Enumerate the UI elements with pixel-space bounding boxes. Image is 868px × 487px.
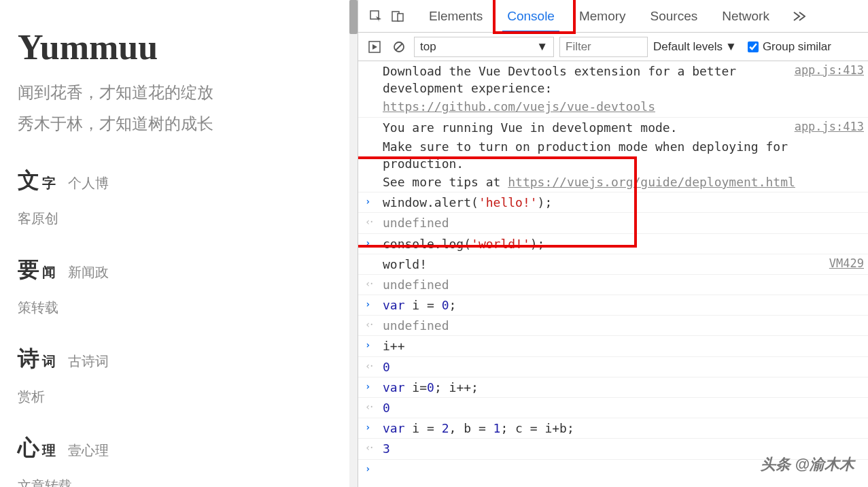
play-icon[interactable]	[365, 37, 384, 56]
console-row: 0	[358, 357, 868, 377]
svg-rect-2	[398, 14, 403, 21]
input-marker-icon	[365, 235, 379, 250]
nav-big: 文	[18, 166, 39, 196]
nav-group[interactable]: 文字个人博客原创	[18, 166, 358, 228]
nav-desc: 新闻政	[68, 263, 109, 282]
input-marker-icon	[365, 337, 379, 352]
site-subtitle: 闻到花香，才知道花的绽放 秀木于林，才知道树的成长	[18, 77, 358, 139]
tab-network[interactable]: Network	[710, 0, 782, 33]
levels-selector[interactable]: Default levels ▼	[653, 40, 737, 54]
nav-big: 心	[18, 433, 39, 463]
inspect-icon[interactable]	[365, 5, 387, 27]
input-marker-icon	[365, 420, 379, 435]
console-row: See more tips at https://vuejs.org/guide…	[358, 172, 868, 192]
output-marker-icon	[365, 440, 379, 455]
context-selector[interactable]: top ▼	[414, 37, 554, 57]
nav-line2: 文章转载	[18, 477, 358, 487]
nav-suffix: 理	[42, 441, 56, 460]
console-row: var i = 2, b = 1; c = i+b;	[358, 418, 868, 439]
nav-big: 诗	[18, 344, 39, 374]
site-title: Yummuu	[18, 27, 358, 67]
nav-desc: 个人博	[68, 174, 109, 192]
console-output[interactable]: Download the Vue Devtools extension for …	[358, 61, 868, 487]
tab-console[interactable]: Console	[495, 0, 567, 33]
devtools-panel: ElementsConsoleMemorySourcesNetwork top …	[358, 0, 868, 487]
console-row: var i = 0;	[358, 295, 868, 316]
console-row: undefined	[358, 213, 868, 233]
output-marker-icon	[365, 214, 379, 229]
svg-line-5	[396, 44, 402, 50]
prompt-marker-icon	[365, 461, 379, 476]
input-marker-icon	[365, 379, 379, 394]
chevron-down-icon: ▼	[536, 40, 548, 54]
console-row: undefined	[358, 275, 868, 295]
tab-elements[interactable]: Elements	[417, 0, 495, 33]
nav-desc: 古诗词	[68, 352, 109, 371]
chevron-down-icon: ▼	[725, 40, 737, 54]
group-checkbox[interactable]	[748, 41, 759, 52]
console-row: world!VM429	[358, 254, 868, 275]
devtools-tab-bar: ElementsConsoleMemorySourcesNetwork	[358, 0, 868, 33]
scrollbar-thumb[interactable]	[349, 0, 358, 34]
console-row: You are running Vue in development mode.…	[358, 118, 868, 137]
device-icon[interactable]	[387, 5, 409, 27]
more-tabs-icon[interactable]	[788, 5, 810, 27]
source-link[interactable]: VM429	[829, 256, 864, 272]
nav-desc: 壹心理	[68, 441, 109, 460]
nav-suffix: 词	[42, 352, 56, 371]
console-row: Download the Vue Devtools extension for …	[358, 61, 868, 97]
output-marker-icon	[365, 317, 379, 332]
source-link[interactable]: app.js:413	[795, 119, 864, 135]
console-row: 0	[358, 398, 868, 418]
console-row: window.alert('hello!');	[358, 192, 868, 213]
nav-line2: 策转载	[18, 299, 358, 317]
tab-sources[interactable]: Sources	[638, 0, 710, 33]
nav-line2: 赏析	[18, 388, 358, 406]
console-row: undefined	[358, 316, 868, 336]
nav-suffix: 闻	[42, 263, 56, 282]
output-marker-icon	[365, 399, 379, 414]
input-marker-icon	[365, 297, 379, 312]
output-marker-icon	[365, 276, 379, 291]
website-content: Yummuu 闻到花香，才知道花的绽放 秀木于林，才知道树的成长 文字个人博客原…	[0, 0, 358, 487]
console-row: i++	[358, 336, 868, 356]
console-row: var i=0; i++;	[358, 377, 868, 398]
console-row: console.log('world!');	[358, 234, 868, 254]
clear-icon[interactable]	[389, 37, 409, 56]
nav-group[interactable]: 要闻新闻政策转载	[18, 255, 358, 317]
nav-line2: 客原创	[18, 209, 358, 228]
nav-group[interactable]: 心理壹心理文章转载	[18, 433, 358, 487]
nav-suffix: 字	[42, 174, 56, 192]
console-toolbar: top ▼ Default levels ▼ Group similar	[358, 33, 868, 61]
watermark: 头条 @渝木木	[761, 454, 854, 475]
input-marker-icon	[365, 194, 379, 209]
console-row: https://github.com/vuejs/vue-devtools	[358, 97, 868, 117]
console-row: Make sure to turn on production mode whe…	[358, 137, 868, 172]
scrollbar[interactable]	[349, 0, 358, 487]
nav-group[interactable]: 诗词古诗词赏析	[18, 344, 358, 406]
source-link[interactable]: app.js:413	[795, 63, 864, 79]
filter-input[interactable]	[559, 37, 648, 57]
output-marker-icon	[365, 358, 379, 373]
nav-big: 要	[18, 255, 39, 285]
group-similar-toggle[interactable]: Group similar	[748, 40, 831, 54]
tab-memory[interactable]: Memory	[567, 0, 638, 33]
